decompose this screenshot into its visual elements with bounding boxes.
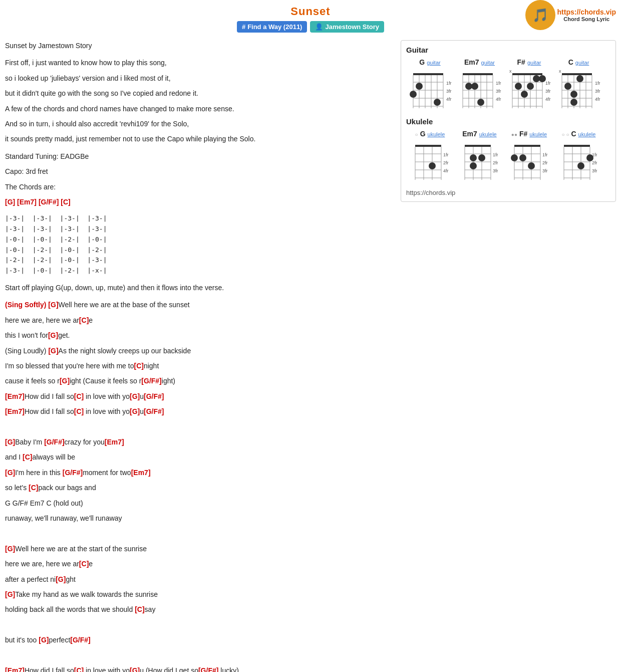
chord-diagram-C-ukulele[interactable]: 1fr 2fr 3fr	[557, 139, 601, 184]
svg-text:3fr: 3fr	[542, 168, 548, 173]
lyric-line: [Em7]How did I fall so[C] in love with y…	[5, 665, 393, 672]
svg-text:4fr: 4fr	[595, 97, 600, 102]
lyric-line: [Em7]How did I fall so[C] in love with y…	[5, 406, 393, 417]
svg-point-113	[511, 154, 518, 161]
tab-block: |-3-| |-3-| |-3-| |-3-| |-3-| |-3-| |-3-…	[5, 213, 393, 276]
url-display: https://chords.vip	[406, 189, 610, 196]
svg-rect-17	[463, 73, 493, 75]
tab-line-1: |-3-| |-3-| |-3-| |-3-|	[5, 213, 393, 224]
tab-line-5: |-2-| |-2-| |-0-| |-3-|	[5, 255, 393, 266]
lyric-line	[5, 649, 393, 660]
chord-diagram-Fsharp-ukulele[interactable]: 1fr 2fr 3fr	[507, 139, 551, 184]
svg-rect-35	[512, 73, 542, 75]
lyric-line: [G]Take my hand as we walk towards the s…	[5, 589, 393, 600]
capo: Capo: 3rd fret	[5, 166, 393, 177]
chord-G-guitar: G guitar	[406, 58, 454, 112]
svg-point-71	[570, 91, 577, 98]
lyric-line: (Sing Softly) [G]Well here we are at the…	[5, 299, 393, 310]
chord-diagram-C-guitar[interactable]: x 1fr 3fr 4fr	[557, 67, 601, 112]
svg-rect-73	[415, 145, 441, 147]
chord-box: Guitar G guitar	[401, 40, 616, 202]
lyric-line: holding back all the words that we shoul…	[5, 604, 393, 615]
svg-text:1fr: 1fr	[595, 81, 600, 86]
svg-point-33	[477, 99, 484, 106]
chord-diagram-Em7-guitar[interactable]: 1fr 3fr 4fr	[458, 67, 502, 112]
svg-point-85	[429, 162, 436, 169]
svg-text:2fr: 2fr	[592, 160, 597, 165]
logo-area: 🎵 https://chords.vip Chord Song Lyric	[525, 0, 616, 30]
ukulele-section: Ukulele ○ G ukulele	[406, 117, 610, 184]
chord-diagram-G-ukulele[interactable]: 1fr 2fr 4fr	[408, 139, 452, 184]
svg-point-72	[570, 99, 577, 106]
tab-line-3: |-0-| |-0-| |-2-| |-0-|	[5, 235, 393, 245]
song-meta: Sunset by Jamestown Story	[5, 40, 393, 51]
chord-Em7-ukulele: Em7 ukulele	[456, 130, 503, 184]
jamestown-story-link[interactable]: 👤 Jamestown Story	[310, 21, 384, 33]
svg-point-100	[470, 162, 477, 169]
svg-text:3fr: 3fr	[545, 89, 551, 94]
lyric-line: runaway, we'll runaway, we'll runaway	[5, 513, 393, 524]
svg-point-70	[564, 83, 571, 90]
lyric-line	[5, 528, 393, 539]
intro-line-2: so i looked up 'juliebays' version and i…	[5, 73, 393, 84]
guitar-chord-row: G guitar	[406, 58, 610, 112]
lyric-line: [G]Well here we are at the start of the …	[5, 543, 393, 554]
svg-point-115	[528, 162, 535, 169]
tuning: Standard Tuning: EADGBe	[5, 151, 393, 162]
intro-line-3: but it didn't quite go with the song so …	[5, 88, 393, 99]
guitar-title: Guitar	[406, 46, 610, 54]
svg-point-31	[465, 83, 472, 90]
svg-point-129	[577, 162, 584, 169]
lyric-line: here we are, here we ar[C]e	[5, 315, 393, 326]
svg-text:4fr: 4fr	[443, 168, 449, 173]
svg-rect-86	[465, 145, 491, 147]
start-note: Start off playing G(up, down, up, mute) …	[5, 282, 393, 293]
intro-line-6: it sounds pretty madd, just remember not…	[5, 133, 393, 144]
svg-text:4fr: 4fr	[496, 97, 501, 102]
svg-text:3fr: 3fr	[493, 168, 498, 173]
song-info: Sunset by Jamestown Story First off, i j…	[5, 40, 393, 672]
svg-point-15	[410, 91, 417, 98]
svg-text:1fr: 1fr	[493, 152, 498, 157]
svg-point-49	[533, 75, 540, 82]
chord-Fsharp-guitar: F# guitar x	[505, 58, 553, 112]
lyric-line: I'm so blessed that you're here with me …	[5, 360, 393, 371]
svg-text:1fr: 1fr	[542, 152, 548, 157]
svg-point-128	[586, 154, 593, 161]
svg-point-52	[527, 83, 534, 90]
right-column: Guitar G guitar	[401, 40, 616, 202]
svg-rect-55	[562, 73, 592, 75]
lyric-line: here we are, here we ar[C]e	[5, 558, 393, 569]
svg-point-32	[471, 83, 478, 90]
tab-line-4: |-0-| |-2-| |-0-| |-2-|	[5, 245, 393, 256]
chord-Fsharp-ukulele: ●● F# ukulele	[505, 130, 553, 184]
svg-point-53	[521, 91, 528, 98]
hash-icon: #	[242, 23, 245, 31]
svg-point-99	[478, 154, 485, 161]
tab-line-2: |-3-| |-3-| |-3-| |-3-|	[5, 224, 393, 235]
svg-rect-101	[514, 145, 540, 147]
lyric-line: this I won't for[G]get.	[5, 330, 393, 341]
svg-text:2fr: 2fr	[493, 160, 498, 165]
svg-text:1fr: 1fr	[446, 81, 452, 86]
svg-text:3fr: 3fr	[595, 89, 600, 94]
svg-rect-116	[564, 145, 590, 147]
svg-text:2fr: 2fr	[443, 160, 449, 165]
chord-diagram-Fsharp-guitar[interactable]: x 1fr 3fr 4fr	[507, 67, 551, 112]
svg-point-69	[576, 75, 583, 82]
chords-label: The Chords are:	[5, 181, 393, 192]
lyric-line: [G]Baby I'm [G/F#]crazy for you[Em7]	[5, 436, 393, 447]
chord-diagram-G-guitar[interactable]: 1fr 3fr 4fr	[408, 67, 452, 112]
lyric-line: so let's [C]pack our bags and	[5, 482, 393, 493]
lyric-line: [G]I'm here in this [G/F#]moment for two…	[5, 467, 393, 478]
svg-text:x: x	[559, 69, 561, 74]
find-a-way-link[interactable]: # Find a Way (2011)	[237, 21, 307, 33]
lyric-line: [Em7]How did I fall so[C] in love with y…	[5, 391, 393, 402]
page-header: Sunset # Find a Way (2011) 👤 Jamestown S…	[0, 0, 621, 35]
svg-point-98	[470, 154, 477, 161]
lyric-line	[5, 421, 393, 432]
svg-text:x: x	[509, 69, 512, 74]
chord-diagram-Em7-ukulele[interactable]: 1fr 2fr 3fr	[458, 139, 502, 184]
tab-line-6: |-3-| |-0-| |-2-| |-x-|	[5, 266, 393, 276]
svg-text:1fr: 1fr	[545, 81, 551, 86]
